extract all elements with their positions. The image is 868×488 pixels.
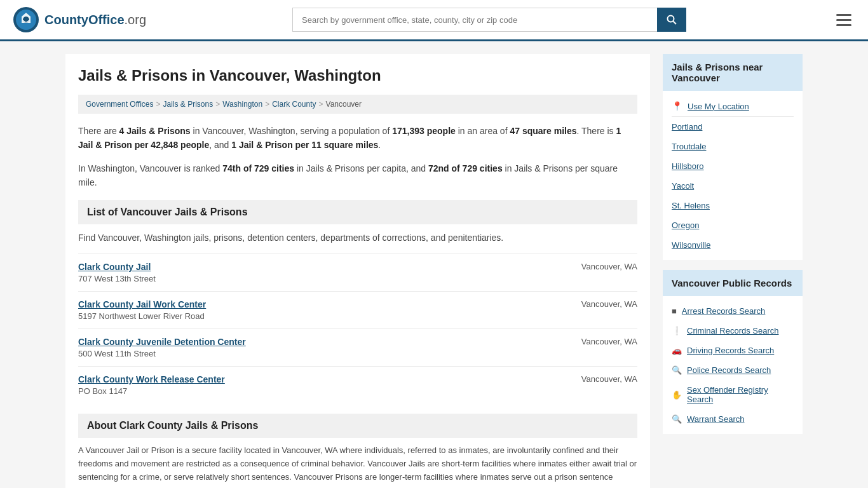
breadcrumb: Government Offices > Jails & Prisons > W… — [78, 95, 637, 114]
page-title: Jails & Prisons in Vancouver, Washington — [78, 67, 637, 85]
facility-address: 5197 Northwest Lower River Road — [78, 311, 561, 321]
hamburger-line — [836, 24, 851, 26]
breadcrumb-separator: > — [265, 100, 269, 109]
facility-link-jail-work-center[interactable]: Clark County Jail Work Center — [78, 299, 206, 309]
about-text: A Vancouver Jail or Prison is a secure f… — [78, 444, 637, 484]
breadcrumb-current: Vancouver — [326, 100, 362, 109]
description-paragraph-1: There are 4 Jails & Prisons in Vancouver… — [78, 124, 637, 152]
facility-address: 500 West 11th Street — [78, 349, 561, 358]
bold-per-mile: 1 Jail & Prison per 11 square miles — [231, 140, 378, 150]
facilities-list: Clark County Jail 707 West 13th Street V… — [78, 254, 637, 403]
location-dot-icon: 📍 — [672, 101, 682, 111]
nearby-link-yacolt[interactable]: Yacolt — [672, 181, 694, 191]
nearby-link-portland[interactable]: Portland — [672, 122, 702, 132]
sidebar-nearby-header: Jails & Prisons near Vancouver — [663, 54, 803, 91]
table-row: Clark County Jail 707 West 13th Street V… — [78, 254, 637, 291]
facility-location: Vancouver, WA — [561, 374, 637, 384]
warrant-link[interactable]: Warrant Search — [687, 414, 745, 424]
header: CountyOffice.org — [0, 0, 868, 41]
arrest-records-icon: ■ — [672, 306, 677, 316]
nearby-link-wilsonville[interactable]: Wilsonville — [672, 240, 710, 250]
logo-icon — [13, 6, 39, 33]
hamburger-line — [836, 19, 851, 21]
sidebar-item-hillsboro[interactable]: Hillsboro — [663, 156, 803, 176]
sex-offender-icon: ✋ — [672, 390, 682, 400]
search-input[interactable] — [292, 8, 657, 32]
menu-button[interactable] — [832, 10, 855, 30]
content-area: Jails & Prisons in Vancouver, Washington… — [65, 54, 650, 488]
table-row: Clark County Juvenile Detention Center 5… — [78, 329, 637, 366]
breadcrumb-link-government-offices[interactable]: Government Offices — [86, 100, 154, 109]
search-icon — [667, 15, 677, 25]
bold-rank-mile: 72nd of 729 cities — [428, 163, 503, 173]
search-area — [292, 8, 686, 32]
police-records-link[interactable]: Police Records Search — [687, 365, 771, 375]
sidebar-item-oregon[interactable]: Oregon — [663, 215, 803, 235]
facility-link-work-release[interactable]: Clark County Work Release Center — [78, 374, 225, 384]
breadcrumb-separator: > — [319, 100, 323, 109]
list-section-header: List of Vancouver Jails & Prisons — [78, 200, 637, 224]
logo: CountyOffice.org — [13, 6, 146, 33]
sidebar-item-use-location[interactable]: 📍 Use My Location — [663, 96, 803, 116]
nearby-link-hillsboro[interactable]: Hillsboro — [672, 161, 704, 171]
facility-info: Clark County Jail 707 West 13th Street — [78, 262, 561, 283]
driving-records-link[interactable]: Driving Records Search — [687, 346, 774, 355]
breadcrumb-link-jails[interactable]: Jails & Prisons — [163, 100, 214, 109]
table-row: Clark County Work Release Center PO Box … — [78, 366, 637, 403]
sidebar-nearby-section: Jails & Prisons near Vancouver 📍 Use My … — [663, 54, 803, 260]
facility-info: Clark County Juvenile Detention Center 5… — [78, 337, 561, 358]
list-section-description: Find Vancouver, Washington jails, prison… — [78, 231, 637, 245]
nearby-link-oregon[interactable]: Oregon — [672, 220, 699, 230]
description-paragraph-2: In Washington, Vancouver is ranked 74th … — [78, 161, 637, 190]
sidebar-nearby-list: 📍 Use My Location Portland Troutdale Hil… — [663, 91, 803, 260]
breadcrumb-link-washington[interactable]: Washington — [222, 100, 262, 109]
hamburger-line — [836, 14, 851, 16]
facility-address: 707 West 13th Street — [78, 274, 561, 283]
sidebar-item-portland[interactable]: Portland — [663, 117, 803, 137]
search-button[interactable] — [657, 8, 686, 32]
svg-point-3 — [668, 16, 674, 22]
sidebar-item-criminal-records[interactable]: ❕ Criminal Records Search — [663, 321, 803, 341]
bold-rank-capita: 74th of 729 cities — [222, 163, 294, 173]
sidebar-item-troutdale[interactable]: Troutdale — [663, 137, 803, 156]
sex-offender-link[interactable]: Sex Offender Registry Search — [687, 385, 794, 404]
police-records-icon: 🔍 — [672, 365, 682, 375]
facility-address: PO Box 1147 — [78, 386, 561, 396]
facility-info: Clark County Jail Work Center 5197 North… — [78, 299, 561, 321]
nearby-link-troutdale[interactable]: Troutdale — [672, 142, 706, 151]
about-section-header: About Clark County Jails & Prisons — [78, 414, 637, 438]
sidebar-item-sex-offender[interactable]: ✋ Sex Offender Registry Search — [663, 380, 803, 409]
table-row: Clark County Jail Work Center 5197 North… — [78, 291, 637, 329]
sidebar-public-records-list: ■ Arrest Records Search ❕ Criminal Recor… — [663, 296, 803, 434]
facility-location: Vancouver, WA — [561, 337, 637, 346]
sidebar-item-driving-records[interactable]: 🚗 Driving Records Search — [663, 341, 803, 360]
criminal-records-icon: ❕ — [672, 326, 682, 336]
sidebar-item-police-records[interactable]: 🔍 Police Records Search — [663, 360, 803, 380]
warrant-icon: 🔍 — [672, 414, 682, 424]
bold-area: 47 square miles — [510, 126, 576, 136]
sidebar-public-records-section: Vancouver Public Records ■ Arrest Record… — [663, 270, 803, 434]
sidebar-item-st-helens[interactable]: St. Helens — [663, 196, 803, 215]
logo-text: CountyOffice.org — [44, 13, 146, 27]
nearby-link-st-helens[interactable]: St. Helens — [672, 201, 710, 210]
use-my-location-link[interactable]: Use My Location — [688, 102, 749, 111]
sidebar: Jails & Prisons near Vancouver 📍 Use My … — [663, 54, 803, 488]
bold-jails-count: 4 Jails & Prisons — [119, 126, 191, 136]
facility-location: Vancouver, WA — [561, 262, 637, 271]
facility-link-juvenile-detention[interactable]: Clark County Juvenile Detention Center — [78, 337, 246, 347]
facility-link-clark-county-jail[interactable]: Clark County Jail — [78, 262, 151, 272]
arrest-records-link[interactable]: Arrest Records Search — [682, 306, 766, 316]
sidebar-item-wilsonville[interactable]: Wilsonville — [663, 235, 803, 255]
svg-line-4 — [674, 22, 677, 25]
breadcrumb-link-clark-county[interactable]: Clark County — [272, 100, 316, 109]
sidebar-public-records-header: Vancouver Public Records — [663, 270, 803, 296]
breadcrumb-separator: > — [156, 100, 161, 109]
facility-location: Vancouver, WA — [561, 299, 637, 309]
driving-records-icon: 🚗 — [672, 346, 682, 355]
sidebar-item-arrest-records[interactable]: ■ Arrest Records Search — [663, 301, 803, 321]
bold-population: 171,393 people — [392, 126, 456, 136]
criminal-records-link[interactable]: Criminal Records Search — [687, 326, 779, 336]
sidebar-item-yacolt[interactable]: Yacolt — [663, 176, 803, 196]
sidebar-item-warrant[interactable]: 🔍 Warrant Search — [663, 409, 803, 429]
facility-info: Clark County Work Release Center PO Box … — [78, 374, 561, 396]
